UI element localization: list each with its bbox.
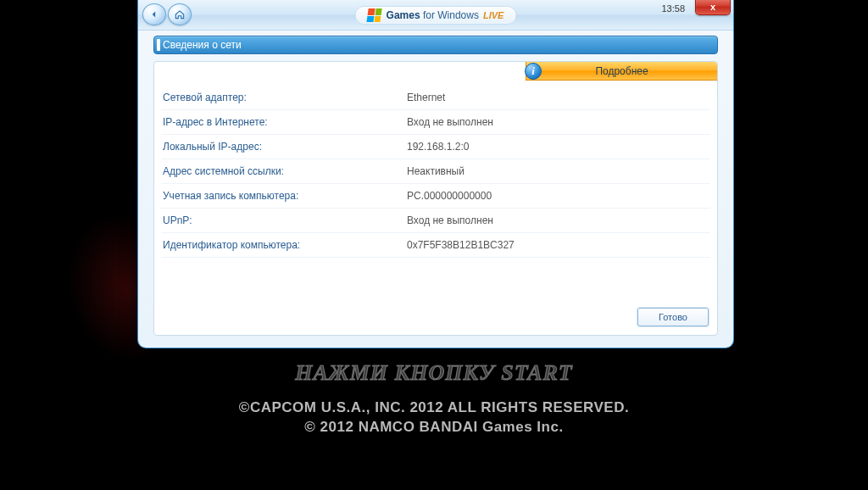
brand-pill: Games for Windows LIVE bbox=[355, 6, 517, 25]
nav-buttons bbox=[142, 3, 192, 25]
done-button[interactable]: Готово bbox=[637, 308, 709, 326]
content-panel: i Подробнее Сетевой адаптер:Ethernet IP-… bbox=[153, 61, 718, 336]
copyright-block: ©CAPCOM U.S.A., INC. 2012 ALL RIGHTS RES… bbox=[239, 398, 629, 437]
network-info-table: Сетевой адаптер:Ethernet IP-адрес в Инте… bbox=[161, 86, 710, 258]
table-row: Учетная запись компьютера:PC.00000000000… bbox=[161, 184, 710, 209]
row-value: Ethernet bbox=[407, 92, 445, 103]
section-header: Сведения о сети bbox=[153, 36, 718, 54]
home-icon bbox=[174, 8, 186, 20]
details-tab[interactable]: i Подробнее bbox=[526, 62, 717, 81]
info-icon: i bbox=[525, 63, 542, 80]
row-label: Сетевой адаптер: bbox=[161, 92, 407, 103]
gfwl-overlay-window: Games for Windows LIVE 13:58 x Сведения … bbox=[137, 0, 734, 348]
table-row: UPnP:Вход не выполнен bbox=[161, 209, 710, 233]
copyright-line-2: © 2012 NAMCO BANDAI Games Inc. bbox=[239, 418, 629, 437]
row-label: UPnP: bbox=[161, 214, 407, 226]
row-label: Локальный IP-адрес: bbox=[161, 141, 407, 153]
table-row: Сетевой адаптер:Ethernet bbox=[161, 86, 710, 110]
brand-text: Games for Windows LIVE bbox=[387, 9, 504, 21]
press-start-text: НАЖМИ КНОПКУ START bbox=[295, 360, 573, 386]
row-label: Идентификатор компьютера: bbox=[161, 239, 407, 251]
row-value: 0x7F5F38B12B1BC327 bbox=[407, 239, 515, 251]
titlebar: Games for Windows LIVE 13:58 x bbox=[137, 0, 734, 31]
back-button[interactable] bbox=[142, 3, 166, 25]
section-title: Сведения о сети bbox=[163, 39, 242, 51]
arrow-left-icon bbox=[148, 8, 160, 20]
row-value: Вход не выполнен bbox=[407, 214, 493, 226]
windows-logo-icon bbox=[366, 8, 381, 22]
table-row: IP-адрес в Интернете:Вход не выполнен bbox=[161, 110, 710, 135]
table-row: Адрес системной ссылки:Неактивный bbox=[161, 159, 710, 184]
copyright-line-1: ©CAPCOM U.S.A., INC. 2012 ALL RIGHTS RES… bbox=[239, 398, 629, 418]
row-value: PC.000000000000 bbox=[407, 190, 492, 202]
close-button[interactable]: x bbox=[695, 0, 731, 15]
details-label: Подробнее bbox=[595, 65, 648, 77]
row-value: 192.168.1.2:0 bbox=[407, 141, 469, 153]
row-label: Адрес системной ссылки: bbox=[161, 165, 407, 177]
row-label: Учетная запись компьютера: bbox=[161, 190, 407, 202]
row-label: IP-адрес в Интернете: bbox=[161, 116, 407, 128]
table-row: Идентификатор компьютера:0x7F5F38B12B1BC… bbox=[161, 233, 710, 258]
row-value: Вход не выполнен bbox=[407, 116, 493, 128]
row-value: Неактивный bbox=[407, 165, 465, 177]
table-row: Локальный IP-адрес:192.168.1.2:0 bbox=[161, 135, 710, 159]
home-button[interactable] bbox=[168, 3, 192, 25]
clock: 13:58 bbox=[661, 3, 685, 14]
